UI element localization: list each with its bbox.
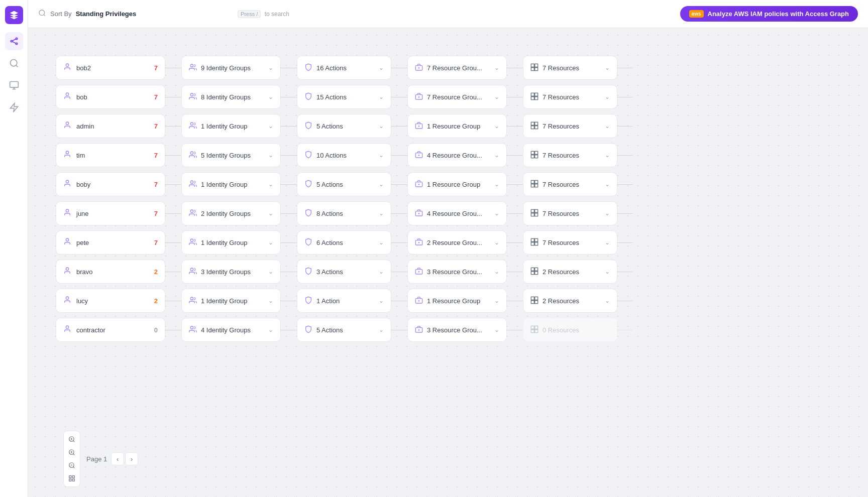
resources-icon	[530, 121, 538, 131]
identity-groups-pill[interactable]: 2 Identity Groups ⌄	[181, 201, 281, 225]
app-logo[interactable]	[5, 6, 23, 24]
identity-groups-chevron: ⌄	[268, 297, 273, 304]
svg-point-85	[190, 297, 193, 300]
resource-groups-pill[interactable]: 7 Resource Grou... ⌄	[407, 56, 507, 80]
reset-zoom-button[interactable]	[66, 472, 78, 484]
prev-page-button[interactable]: ‹	[111, 452, 124, 465]
resources-chevron: ⌄	[605, 268, 610, 275]
resources-pill[interactable]: 7 Resources ⌄	[523, 114, 617, 138]
actions-chevron: ⌄	[379, 122, 384, 130]
zoom-in-button[interactable]	[66, 446, 78, 458]
resources-pill[interactable]: 7 Resources ⌄	[523, 85, 617, 109]
actions-pill[interactable]: 6 Actions ⌄	[297, 230, 391, 255]
table-row: contractor 0 4 Identity Groups ⌄	[56, 318, 868, 342]
resource-groups-pill[interactable]: 1 Resource Group ⌄	[407, 114, 507, 138]
actions-pill[interactable]: 16 Actions ⌄	[297, 56, 391, 80]
resources-pill[interactable]: 7 Resources ⌄	[523, 230, 617, 255]
identity-groups-pill[interactable]: 1 Identity Group ⌄	[181, 172, 281, 196]
resource-groups-chevron: ⌄	[494, 122, 499, 130]
resource-groups-pill[interactable]: 1 Resource Group ⌄	[407, 172, 507, 196]
identity-groups-text: 1 Identity Group	[201, 122, 264, 130]
sidebar-item-monitor[interactable]	[5, 76, 23, 94]
resource-groups-pill[interactable]: 3 Resource Grou... ⌄	[407, 318, 507, 342]
actions-chevron: ⌄	[379, 210, 384, 217]
resources-text: 2 Resources	[542, 297, 601, 305]
actions-icon	[304, 151, 312, 160]
actions-pill[interactable]: 5 Actions ⌄	[297, 172, 391, 196]
resource-groups-pill[interactable]: 4 Resource Grou... ⌄	[407, 143, 507, 167]
resources-pill[interactable]: 7 Resources ⌄	[523, 201, 617, 225]
actions-icon	[304, 180, 312, 189]
resource-groups-pill[interactable]: 1 Resource Group ⌄	[407, 289, 507, 313]
user-score: 2	[154, 297, 158, 305]
search-hint: Press / to search	[238, 11, 289, 18]
svg-point-48	[66, 180, 68, 183]
next-page-button[interactable]: ›	[125, 452, 138, 465]
actions-pill[interactable]: 15 Actions ⌄	[297, 85, 391, 109]
identity-groups-pill[interactable]: 8 Identity Groups ⌄	[181, 85, 281, 109]
resource-groups-text: 1 Resource Group	[427, 297, 490, 305]
resource-groups-pill[interactable]: 2 Resource Grou... ⌄	[407, 230, 507, 255]
user-icon	[63, 237, 71, 247]
actions-pill[interactable]: 5 Actions ⌄	[297, 114, 391, 138]
identity-groups-pill[interactable]: 1 Identity Group ⌄	[181, 114, 281, 138]
resource-groups-icon	[415, 63, 423, 73]
sort-value[interactable]: Standing Privileges	[76, 10, 137, 18]
svg-rect-92	[535, 300, 538, 303]
svg-point-75	[66, 268, 68, 270]
resources-pill[interactable]: 7 Resources ⌄	[523, 143, 617, 167]
search-key: Press /	[238, 10, 261, 18]
resource-groups-pill[interactable]: 3 Resource Grou... ⌄	[407, 260, 507, 284]
identity-groups-pill[interactable]: 4 Identity Groups ⌄	[181, 318, 281, 342]
user-icon	[63, 179, 71, 189]
identity-groups-pill[interactable]: 9 Identity Groups ⌄	[181, 56, 281, 80]
resource-groups-pill[interactable]: 7 Resource Grou... ⌄	[407, 85, 507, 109]
fit-zoom-button[interactable]	[66, 433, 78, 445]
resource-groups-icon	[415, 325, 423, 335]
sidebar-item-integrations[interactable]	[5, 98, 23, 116]
svg-point-39	[66, 151, 68, 154]
resource-groups-text: 7 Resource Grou...	[427, 64, 490, 72]
identity-groups-pill[interactable]: 5 Identity Groups ⌄	[181, 143, 281, 167]
resource-groups-text: 4 Resource Grou...	[427, 210, 490, 217]
svg-point-66	[66, 238, 68, 241]
svg-line-6	[16, 65, 18, 67]
identity-groups-pill[interactable]: 1 Identity Group ⌄	[181, 230, 281, 255]
svg-rect-101	[535, 329, 538, 332]
actions-pill[interactable]: 10 Actions ⌄	[297, 143, 391, 167]
resources-pill[interactable]: 7 Resources ⌄	[523, 172, 617, 196]
resources-pill[interactable]: 7 Resources ⌄	[523, 56, 617, 80]
resources-pill[interactable]: 2 Resources ⌄	[523, 260, 617, 284]
actions-pill[interactable]: 5 Actions ⌄	[297, 318, 391, 342]
actions-pill[interactable]: 1 Action ⌄	[297, 289, 391, 313]
svg-rect-73	[531, 242, 534, 245]
actions-pill[interactable]: 8 Actions ⌄	[297, 201, 391, 225]
resources-text: 7 Resources	[542, 239, 601, 246]
identity-groups-pill[interactable]: 3 Identity Groups ⌄	[181, 260, 281, 284]
svg-rect-100	[531, 329, 534, 332]
resource-groups-text: 1 Resource Group	[427, 181, 490, 188]
actions-text: 5 Actions	[316, 181, 375, 188]
sidebar-item-search[interactable]	[5, 54, 23, 72]
svg-rect-38	[535, 126, 538, 129]
resource-groups-icon	[415, 296, 423, 306]
actions-pill[interactable]: 3 Actions ⌄	[297, 260, 391, 284]
actions-icon	[304, 209, 312, 218]
actions-icon	[304, 63, 312, 73]
identity-groups-pill[interactable]: 1 Identity Group ⌄	[181, 289, 281, 313]
actions-text: 6 Actions	[316, 239, 375, 246]
resources-chevron: ⌄	[605, 152, 610, 159]
svg-rect-72	[535, 238, 538, 241]
analyze-button[interactable]: aws Analyze AWS IAM policies with Access…	[680, 6, 858, 22]
resources-icon	[530, 63, 538, 73]
svg-point-84	[66, 297, 68, 299]
sidebar-item-graph[interactable]	[5, 32, 23, 50]
resources-pill[interactable]: 2 Resources ⌄	[523, 289, 617, 313]
resource-groups-chevron: ⌄	[494, 326, 499, 333]
resources-text: 7 Resources	[542, 181, 601, 188]
zoom-controls	[63, 431, 80, 487]
table-row: pete 7 1 Identity Group ⌄ 6	[56, 230, 868, 255]
svg-rect-37	[531, 126, 534, 129]
zoom-out-button[interactable]	[66, 459, 78, 471]
resource-groups-pill[interactable]: 4 Resource Grou... ⌄	[407, 201, 507, 225]
